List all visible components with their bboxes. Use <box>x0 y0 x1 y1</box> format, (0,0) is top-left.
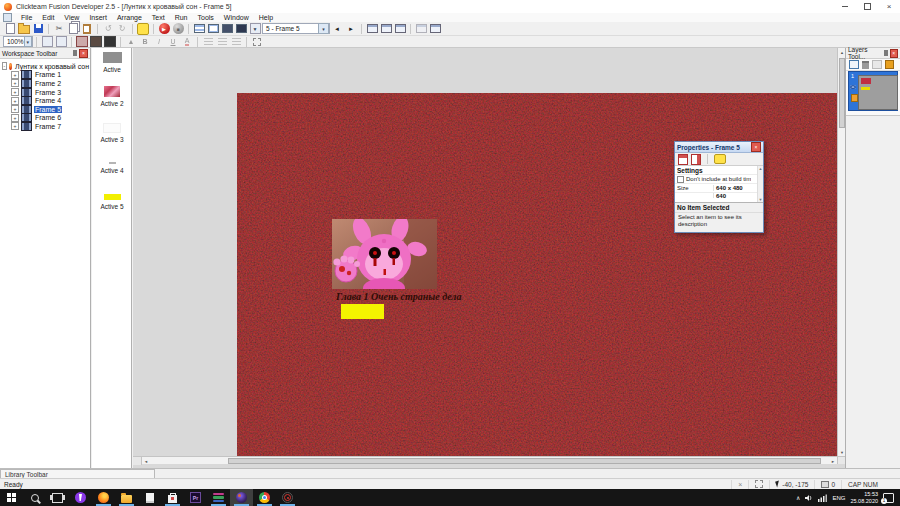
taskbar-premiere[interactable]: Pr <box>184 489 207 506</box>
menu-edit[interactable]: Edit <box>37 14 59 21</box>
taskbar-explorer[interactable] <box>115 489 138 506</box>
active-object-thumbnail[interactable] <box>103 52 122 63</box>
display-mode-button[interactable] <box>103 36 117 48</box>
taskbar-winrar[interactable] <box>207 489 230 506</box>
tree-row-frame-6[interactable]: + Frame 6 <box>9 114 90 123</box>
save-button[interactable] <box>31 23 45 35</box>
menu-text[interactable]: Text <box>147 14 170 21</box>
expand-icon[interactable]: + <box>11 71 19 79</box>
workspace-close-button[interactable]: × <box>79 49 88 58</box>
volume-icon[interactable] <box>805 494 813 502</box>
frame-label[interactable]: Frame 5 <box>34 106 62 113</box>
scroll-up-icon[interactable]: ▲ <box>838 48 845 56</box>
expand-icon[interactable]: + <box>11 88 19 96</box>
expand-icon[interactable]: + <box>11 105 19 113</box>
expand-icon[interactable]: + <box>11 122 19 130</box>
frame-label[interactable]: Frame 6 <box>34 114 62 121</box>
taskbar-store[interactable] <box>161 489 184 506</box>
copy-button[interactable] <box>66 23 80 35</box>
expand-icon[interactable]: + <box>11 97 19 105</box>
zoom-dropdown-arrow-icon[interactable]: ▾ <box>24 36 32 47</box>
italic-button[interactable]: I <box>152 36 166 48</box>
dropdown-arrow-icon[interactable]: ▾ <box>318 23 329 34</box>
cut-button[interactable]: ✂ <box>52 23 66 35</box>
window-option-button[interactable] <box>414 23 428 35</box>
tree-row-frame-1[interactable]: + Frame 1 <box>9 71 90 80</box>
object-item-active3[interactable]: Active 3 <box>92 123 132 143</box>
tree-row-frame-4[interactable]: + Frame 4 <box>9 96 90 105</box>
storyboard-editor-button[interactable] <box>192 23 206 35</box>
active2-object-thumbnail[interactable] <box>104 86 120 97</box>
language-indicator[interactable]: ENG <box>832 495 845 501</box>
menu-help[interactable]: Help <box>254 14 278 21</box>
object-item-active5[interactable]: Active 5 <box>92 191 132 210</box>
menu-insert[interactable]: Insert <box>84 14 112 21</box>
next-frame-button[interactable]: ► <box>344 23 358 35</box>
object-item-active[interactable]: Active <box>92 52 132 73</box>
properties-scrollbar[interactable]: ▲ ▼ <box>757 166 763 202</box>
bold-button[interactable]: B <box>138 36 152 48</box>
taskbar-chrome[interactable] <box>253 489 276 506</box>
start-button[interactable] <box>0 489 23 506</box>
tree-row-frame-5-selected[interactable]: + Frame 5 <box>9 105 90 114</box>
undo-button[interactable]: ↺ <box>101 23 115 35</box>
horizontal-scrollbar[interactable]: ◄ ► <box>133 456 837 464</box>
tree-row-frame-7[interactable]: + Frame 7 <box>9 122 90 131</box>
lock-icon[interactable] <box>851 94 858 102</box>
clipped-property-row[interactable]: 640 <box>675 193 757 198</box>
open-button[interactable] <box>17 23 31 35</box>
vertical-scrollbar[interactable]: ▲ ▼ <box>837 48 845 456</box>
pin-icon[interactable] <box>73 50 77 56</box>
build-include-checkbox[interactable] <box>677 176 684 183</box>
taskbar-firefox[interactable] <box>92 489 115 506</box>
close-all-button[interactable] <box>428 23 442 35</box>
properties-close-button[interactable]: × <box>751 142 761 152</box>
underline-button[interactable]: U <box>166 36 180 48</box>
menu-view[interactable]: View <box>59 14 84 21</box>
taskbar-yandex[interactable] <box>69 489 92 506</box>
object-item-active2[interactable]: Active 2 <box>92 86 132 107</box>
frame-label[interactable]: Frame 7 <box>34 123 62 130</box>
scroll-down-icon[interactable]: ▼ <box>759 197 763 202</box>
stop-button[interactable]: ■ <box>171 23 185 35</box>
frame-order-button[interactable]: ▼ <box>248 23 262 35</box>
tray-chevron-icon[interactable]: ∧ <box>796 494 800 501</box>
cascade-windows-button[interactable] <box>365 23 379 35</box>
active5-object-thumbnail[interactable] <box>104 194 121 200</box>
menu-arrange[interactable]: Arrange <box>112 14 147 21</box>
scroll-right-icon[interactable]: ► <box>829 457 837 465</box>
frame-label[interactable]: Frame 1 <box>34 71 62 78</box>
expand-icon[interactable]: + <box>11 79 19 87</box>
menu-run[interactable]: Run <box>170 14 193 21</box>
taskbar-notepad[interactable] <box>138 489 161 506</box>
previous-frame-button[interactable]: ◄ <box>330 23 344 35</box>
align-center-button[interactable] <box>215 36 229 48</box>
frame-editor-canvas[interactable]: Глава 1 Очень страные дела ▲ ▼ ◄ ► <box>133 48 845 468</box>
transform-button[interactable] <box>250 36 264 48</box>
collapse-icon[interactable]: - <box>2 62 7 70</box>
pin-icon[interactable] <box>884 50 888 56</box>
redo-button[interactable]: ↻ <box>115 23 129 35</box>
scroll-up-icon[interactable]: ▲ <box>759 166 763 171</box>
layers-close-button[interactable]: × <box>890 49 899 58</box>
font-button[interactable]: ▲ <box>124 36 138 48</box>
build-include-row[interactable]: Don't include at build tim <box>675 175 757 184</box>
frame-label[interactable]: Frame 4 <box>34 97 62 104</box>
active3-object-thumbnail[interactable] <box>103 123 121 133</box>
runtime-tab-icon[interactable] <box>691 154 701 165</box>
paste-button[interactable] <box>80 23 94 35</box>
grid-snap-button[interactable] <box>54 36 68 48</box>
settings-tab-icon[interactable] <box>678 154 688 165</box>
object-item-active4[interactable]: Active 4 <box>92 156 132 174</box>
frame-label[interactable]: Frame 2 <box>34 80 62 87</box>
properties-window[interactable]: Properties - Frame 5 × Settings Don't in… <box>674 141 764 233</box>
layer-thumbnail[interactable] <box>858 75 898 110</box>
clipped-property-value[interactable]: 640 <box>713 193 757 198</box>
tile-vertical-button[interactable] <box>393 23 407 35</box>
font-color-button[interactable]: A <box>180 36 194 48</box>
layer-visibility-icon[interactable] <box>872 60 882 69</box>
search-button[interactable] <box>23 489 46 506</box>
mdi-child-icon[interactable] <box>3 13 12 22</box>
size-row[interactable]: Size 640 x 480 <box>675 184 757 193</box>
taskbar-fusion-active[interactable] <box>230 489 253 506</box>
